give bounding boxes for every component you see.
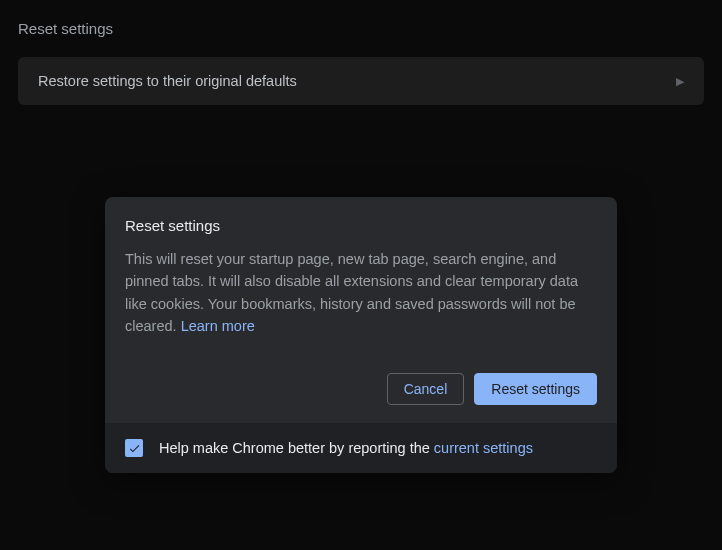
check-icon (128, 442, 141, 455)
dialog-title: Reset settings (125, 217, 597, 234)
learn-more-link[interactable]: Learn more (181, 318, 255, 334)
footer-label: Help make Chrome better by reporting the… (159, 440, 533, 456)
dialog-footer: Help make Chrome better by reporting the… (105, 423, 617, 473)
reset-settings-dialog: Reset settings This will reset your star… (105, 197, 617, 474)
report-settings-checkbox[interactable] (125, 439, 143, 457)
reset-settings-button[interactable]: Reset settings (474, 373, 597, 405)
dialog-body: This will reset your startup page, new t… (125, 248, 597, 338)
dialog-overlay: Reset settings This will reset your star… (0, 0, 722, 550)
footer-text-prefix: Help make Chrome better by reporting the (159, 440, 434, 456)
cancel-button[interactable]: Cancel (387, 373, 465, 405)
current-settings-link[interactable]: current settings (434, 440, 533, 456)
